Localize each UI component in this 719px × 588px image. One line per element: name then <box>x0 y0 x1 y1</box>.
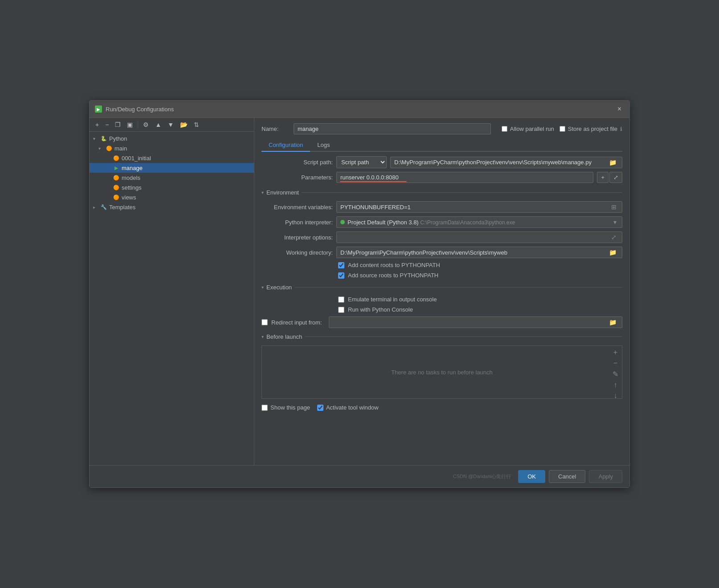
cancel-button[interactable]: Cancel <box>549 470 585 483</box>
close-button[interactable]: × <box>615 104 624 114</box>
settings-button[interactable]: ⚙ <box>141 120 151 130</box>
tree-item-initial[interactable]: ▸ 🟠 0001_initial <box>90 153 254 163</box>
allow-parallel-label: Allow parallel run <box>510 126 554 132</box>
script-path-field[interactable]: D:\MyProgram\PyCharm\pythonProject\venv\… <box>390 157 622 168</box>
execution-section-header: ▾ Execution <box>261 284 622 291</box>
env-variables-field[interactable]: PYTHONUNBUFFERED=1 ⊞ <box>336 201 622 213</box>
environment-toggle[interactable]: ▾ <box>261 190 264 195</box>
before-launch-area: There are no tasks to run before launch … <box>261 345 622 399</box>
tree-item-main[interactable]: ▾ 🟠 main <box>90 143 254 153</box>
interpreter-row: Python interpreter: Project Default (Pyt… <box>261 216 622 228</box>
apply-button[interactable]: Apply <box>589 470 622 483</box>
working-dir-label: Working directory: <box>261 249 333 256</box>
show-this-page-checkbox[interactable]: Show this page <box>261 404 310 411</box>
copy-config-button[interactable]: ❐ <box>113 120 123 130</box>
script-path-label: Script path: <box>261 159 333 166</box>
activate-tool-window-checkbox[interactable]: Activate tool window <box>317 404 379 411</box>
sort-button[interactable]: ⇅ <box>192 120 201 130</box>
working-dir-browse-button[interactable]: 📁 <box>607 249 618 256</box>
watermark: CSDN @Dandani心觉行行 <box>453 473 511 480</box>
tree-item-views[interactable]: ▸ 🟠 views <box>90 192 254 202</box>
tree-item-templates[interactable]: ▸ 🔧 Templates <box>90 202 254 212</box>
remove-config-button[interactable]: − <box>103 120 111 130</box>
config-tabs: Configuration Logs <box>261 139 622 152</box>
script-path-value: D:\MyProgram\PyCharm\pythonProject\venv\… <box>394 159 607 166</box>
script-path-browse-button[interactable]: 📁 <box>607 159 618 166</box>
env-variables-value: PYTHONUNBUFFERED=1 <box>340 204 609 211</box>
execution-divider <box>294 287 622 288</box>
before-launch-add-button[interactable]: + <box>611 348 620 357</box>
dialog-title: Run/Debug Configurations <box>106 106 174 113</box>
name-row: Name: Allow parallel run Store as projec… <box>261 123 622 134</box>
main-icon: 🟠 <box>106 145 113 152</box>
manage-label: manage <box>122 165 143 171</box>
env-variables-label: Environment variables: <box>261 204 333 211</box>
add-config-button[interactable]: + <box>93 120 101 130</box>
before-launch-remove-button[interactable]: − <box>611 358 620 368</box>
store-project-checkbox[interactable]: Store as project file ℹ <box>560 126 622 132</box>
activate-tool-window-cb-input[interactable] <box>317 405 323 411</box>
tab-logs[interactable]: Logs <box>310 139 337 152</box>
before-launch-actions: + − ✎ ↑ ↓ <box>611 348 620 401</box>
run-debug-dialog: ▶ Run/Debug Configurations × + − ❐ ▣ ⚙ ▲… <box>89 100 630 488</box>
redirect-input-field[interactable]: 📁 <box>329 316 622 328</box>
interpreter-options-label: Interpreter options: <box>261 234 333 241</box>
execution-title: Execution <box>266 284 292 291</box>
allow-parallel-cb-input[interactable] <box>502 126 507 132</box>
python-toggle[interactable]: ▾ <box>93 136 98 141</box>
interpreter-options-field[interactable]: ⤢ <box>336 231 622 243</box>
before-launch-edit-button[interactable]: ✎ <box>611 369 620 379</box>
params-add-button[interactable]: + <box>597 172 609 183</box>
move-up-button[interactable]: ▲ <box>153 120 163 130</box>
before-launch-toggle[interactable]: ▾ <box>261 334 264 339</box>
add-source-roots-checkbox[interactable] <box>338 272 344 279</box>
views-icon: 🟠 <box>113 194 120 201</box>
tree-item-models[interactable]: ▸ 🟠 models <box>90 173 254 182</box>
ok-button[interactable]: OK <box>518 470 545 483</box>
before-launch-title: Before launch <box>266 333 302 340</box>
add-content-roots-label: Add content roots to PYTHONPATH <box>348 262 440 268</box>
redirect-input-browse-button[interactable]: 📁 <box>607 319 618 326</box>
tree-item-settings[interactable]: ▸ 🟠 settings <box>90 182 254 192</box>
run-python-console-row: Run with Python Console <box>338 306 622 313</box>
show-this-page-cb-input[interactable] <box>261 405 268 411</box>
main-toggle[interactable]: ▾ <box>98 146 104 151</box>
interpreter-options-expand-button[interactable]: ⤢ <box>609 234 618 241</box>
save-config-button[interactable]: ▣ <box>125 120 135 130</box>
add-source-roots-row: Add source roots to PYTHONPATH <box>338 272 622 279</box>
execution-toggle[interactable]: ▾ <box>261 285 264 290</box>
before-launch-up-button[interactable]: ↑ <box>611 380 620 390</box>
title-bar: ▶ Run/Debug Configurations × <box>90 101 629 118</box>
name-input[interactable] <box>294 123 491 134</box>
working-dir-field[interactable]: D:\MyProgram\PyCharm\pythonProject\venv\… <box>336 247 622 258</box>
allow-parallel-checkbox[interactable]: Allow parallel run <box>502 126 554 132</box>
emulate-terminal-checkbox[interactable] <box>338 296 344 303</box>
left-panel: + − ❐ ▣ ⚙ ▲ ▼ 📂 ⇅ ▾ 🐍 Python <box>90 118 254 465</box>
run-python-console-label: Run with Python Console <box>348 306 413 313</box>
store-project-cb-input[interactable] <box>560 126 565 132</box>
before-launch-down-button[interactable]: ↓ <box>611 391 620 401</box>
script-path-row: Script path: Script path Module name D:\… <box>261 156 622 168</box>
run-python-console-checkbox[interactable] <box>338 307 344 313</box>
manage-icon: ▶ <box>113 164 120 171</box>
script-path-type-select[interactable]: Script path Module name <box>336 156 387 168</box>
add-content-roots-checkbox[interactable] <box>338 262 344 268</box>
templates-icon: 🔧 <box>100 203 107 211</box>
env-variables-edit-button[interactable]: ⊞ <box>609 203 618 211</box>
templates-toggle[interactable]: ▸ <box>93 205 98 210</box>
redirect-input-checkbox[interactable] <box>261 319 268 325</box>
interpreter-dropdown-button[interactable]: ▾ <box>612 219 618 226</box>
folder-button[interactable]: 📂 <box>178 120 190 130</box>
settings-label: settings <box>122 184 142 191</box>
move-down-button[interactable]: ▼ <box>165 120 176 130</box>
interpreter-select[interactable]: Project Default (Python 3.8) C:\ProgramD… <box>336 216 622 228</box>
before-launch-section-header: ▾ Before launch <box>261 333 622 340</box>
emulate-terminal-label: Emulate terminal in output console <box>348 296 437 303</box>
main-content: + − ❐ ▣ ⚙ ▲ ▼ 📂 ⇅ ▾ 🐍 Python <box>90 118 629 465</box>
tree-item-manage[interactable]: ▸ ▶ manage <box>90 163 254 173</box>
tree-item-python[interactable]: ▾ 🐍 Python <box>90 134 254 143</box>
tab-configuration[interactable]: Configuration <box>261 139 310 152</box>
add-source-roots-label: Add source roots to PYTHONPATH <box>348 272 438 279</box>
redirect-input-label: Redirect input from: <box>271 319 322 326</box>
params-expand-button[interactable]: ⤢ <box>609 172 622 183</box>
